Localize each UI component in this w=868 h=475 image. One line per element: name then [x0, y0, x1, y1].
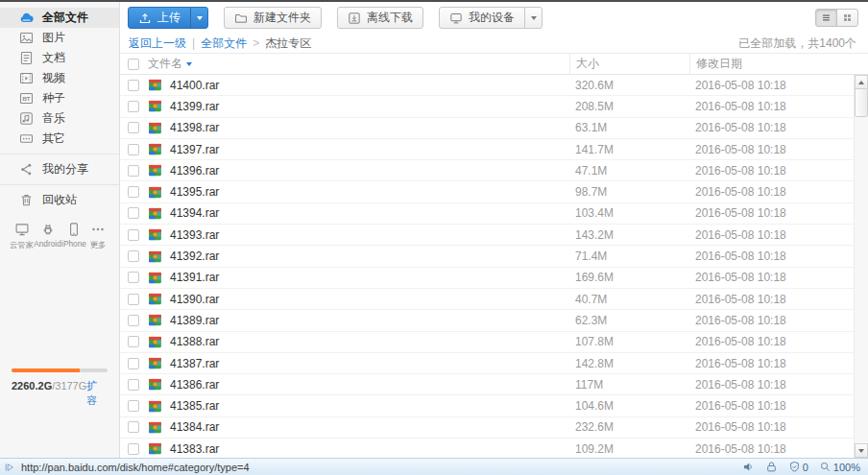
column-header-size[interactable]: 大小: [569, 54, 689, 74]
my-devices-dropdown-button[interactable]: [524, 8, 542, 28]
file-name-link[interactable]: 41394.rar: [170, 206, 569, 220]
row-checkbox[interactable]: [128, 294, 139, 305]
file-date: 2016-05-08 10:18: [689, 442, 868, 456]
row-checkbox[interactable]: [128, 443, 139, 455]
sort-desc-icon[interactable]: [186, 62, 192, 66]
row-checkbox[interactable]: [128, 101, 139, 112]
sidebar-item-docs[interactable]: 文档: [0, 48, 119, 68]
table-row[interactable]: 41394.rar103.4M2016-05-08 10:18: [120, 203, 868, 225]
device-iphone[interactable]: iPhone: [61, 222, 86, 251]
scrollbar[interactable]: [854, 75, 868, 458]
file-name-link[interactable]: 41386.rar: [170, 378, 569, 392]
table-row[interactable]: 41393.rar143.2M2016-05-08 10:18: [120, 225, 868, 246]
my-devices-button[interactable]: 我的设备: [439, 7, 542, 29]
column-header-name[interactable]: 文件名: [148, 56, 182, 72]
row-checkbox[interactable]: [128, 272, 139, 283]
device-more[interactable]: 更多: [86, 222, 109, 251]
row-checkbox[interactable]: [128, 358, 139, 369]
scroll-down-button[interactable]: [855, 443, 868, 458]
list-view-icon: [821, 12, 832, 23]
sidebar-item-all-files[interactable]: 全部文件: [0, 8, 119, 28]
file-name-link[interactable]: 41388.rar: [170, 335, 569, 348]
table-row[interactable]: 41387.rar142.8M2016-05-08 10:18: [120, 353, 868, 374]
table-row[interactable]: 41391.rar169.6M2016-05-08 10:18: [120, 268, 868, 289]
file-date: 2016-05-08 10:18: [689, 249, 868, 263]
file-name-link[interactable]: 41384.rar: [170, 420, 569, 434]
sidebar-item-other[interactable]: 其它: [0, 129, 119, 149]
scroll-up-button[interactable]: [855, 75, 868, 89]
device-cloud-manager[interactable]: 云管家: [10, 222, 34, 251]
row-checkbox[interactable]: [128, 144, 139, 155]
sidebar-item-recycle-bin[interactable]: 回收站: [0, 190, 119, 210]
zoom-level: 100%: [833, 462, 860, 473]
table-row[interactable]: 41390.rar40.7M2016-05-08 10:18: [120, 289, 868, 310]
file-size: 107.8M: [569, 335, 689, 348]
file-name-link[interactable]: 41395.rar: [170, 185, 569, 199]
file-name-link[interactable]: 41387.rar: [170, 357, 569, 370]
row-checkbox[interactable]: [128, 421, 139, 433]
row-checkbox[interactable]: [128, 379, 139, 391]
row-checkbox[interactable]: [128, 122, 139, 133]
sidebar-item-music[interactable]: 音乐: [0, 108, 119, 129]
table-row[interactable]: 41399.rar208.5M2016-05-08 10:18: [120, 96, 868, 117]
row-checkbox[interactable]: [128, 250, 139, 262]
table-row[interactable]: 41385.rar104.6M2016-05-08 10:18: [120, 395, 868, 416]
file-name-link[interactable]: 41392.rar: [170, 249, 569, 263]
table-row[interactable]: 41392.rar71.4M2016-05-08 10:18: [120, 246, 868, 267]
select-all-checkbox[interactable]: [128, 59, 139, 70]
table-row[interactable]: 41386.rar117M2016-05-08 10:18: [120, 374, 868, 395]
file-name-link[interactable]: 41398.rar: [170, 121, 569, 134]
table-row[interactable]: 41398.rar63.1M2016-05-08 10:18: [120, 118, 868, 139]
row-checkbox[interactable]: [128, 400, 139, 412]
row-checkbox[interactable]: [128, 186, 139, 198]
sidebar-item-images[interactable]: 图片: [0, 28, 119, 48]
device-android[interactable]: Android: [34, 222, 61, 251]
sidebar-item-videos[interactable]: 视频: [0, 68, 119, 88]
row-checkbox[interactable]: [128, 165, 139, 177]
sidebar-item-label: 其它: [42, 131, 65, 147]
list-view-button[interactable]: [815, 9, 837, 27]
row-checkbox[interactable]: [128, 80, 139, 91]
security-control[interactable]: [765, 461, 778, 473]
file-name-link[interactable]: 41391.rar: [170, 271, 569, 284]
row-checkbox[interactable]: [128, 207, 139, 219]
file-name-link[interactable]: 41393.rar: [170, 228, 569, 242]
grid-view-button[interactable]: [836, 9, 858, 27]
file-name-link[interactable]: 41385.rar: [170, 399, 569, 413]
scrollbar-thumb[interactable]: [855, 88, 868, 117]
breadcrumb-back-link[interactable]: 返回上一级: [129, 36, 186, 52]
file-name-link[interactable]: 41397.rar: [170, 143, 569, 156]
file-name-link[interactable]: 41399.rar: [170, 100, 569, 113]
breadcrumb-root-link[interactable]: 全部文件: [201, 36, 247, 52]
column-header-date[interactable]: 修改日期: [689, 54, 868, 74]
file-name-link[interactable]: 41383.rar: [170, 442, 569, 456]
table-row[interactable]: 41389.rar62.3M2016-05-08 10:18: [120, 310, 868, 331]
row-checkbox[interactable]: [128, 229, 139, 241]
table-row[interactable]: 41395.rar98.7M2016-05-08 10:18: [120, 181, 868, 202]
offline-download-button[interactable]: 离线下载: [337, 7, 423, 29]
expand-storage-link[interactable]: 扩容: [86, 379, 108, 408]
row-checkbox[interactable]: [128, 336, 139, 347]
sidebar-item-my-share[interactable]: 我的分享: [0, 159, 119, 179]
file-name-link[interactable]: 41390.rar: [170, 293, 569, 306]
table-row[interactable]: 41388.rar107.8M2016-05-08 10:18: [120, 332, 868, 353]
table-row[interactable]: 41383.rar109.2M2016-05-08 10:18: [120, 439, 868, 458]
storage-quota: 2260.2G/3177G 扩容: [12, 368, 108, 408]
table-row[interactable]: 41384.rar232.6M2016-05-08 10:18: [120, 417, 868, 439]
file-name-link[interactable]: 41389.rar: [170, 314, 569, 327]
table-row[interactable]: 41397.rar141.7M2016-05-08 10:18: [120, 139, 868, 160]
sidebar-item-bt[interactable]: BT种子: [0, 88, 119, 108]
new-folder-icon: [234, 12, 248, 25]
new-folder-button[interactable]: 新建文件夹: [224, 7, 322, 29]
upload-dropdown-button[interactable]: [190, 8, 207, 28]
table-row[interactable]: 41396.rar47.1M2016-05-08 10:18: [120, 160, 868, 181]
upload-button[interactable]: 上传: [128, 7, 208, 29]
file-date: 2016-05-08 10:18: [689, 357, 868, 370]
table-row[interactable]: 41400.rar320.6M2016-05-08 10:18: [120, 75, 868, 96]
ad-block-control[interactable]: 0: [788, 461, 808, 473]
file-name-link[interactable]: 41400.rar: [170, 79, 569, 92]
file-name-link[interactable]: 41396.rar: [170, 164, 569, 178]
zoom-control[interactable]: 100%: [819, 461, 860, 473]
row-checkbox[interactable]: [128, 315, 139, 326]
sound-control[interactable]: [742, 461, 755, 473]
